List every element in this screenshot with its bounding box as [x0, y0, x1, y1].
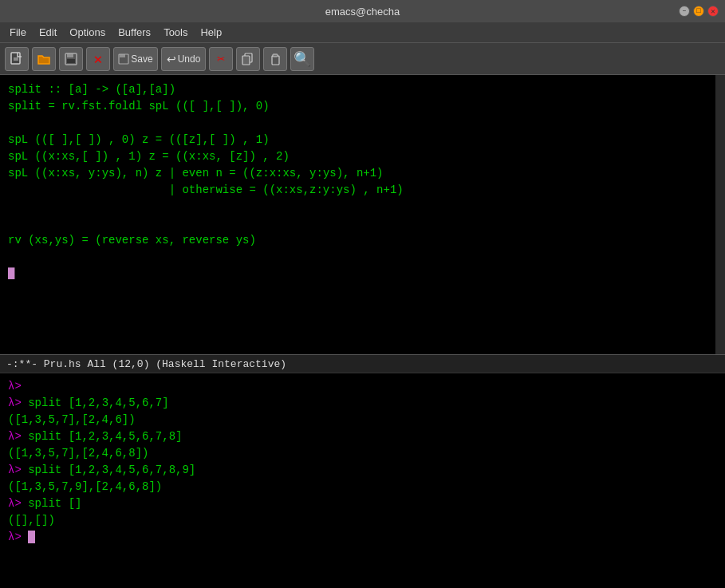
save-text-button[interactable]: Save	[113, 47, 158, 71]
toolbar: ✕ Save ↩ Undo ✂ 🔍	[0, 43, 725, 75]
close-button[interactable]: ✕	[707, 6, 719, 17]
undo-label: Undo	[178, 53, 201, 65]
window-controls: – □ ✕	[679, 6, 719, 17]
copy-button[interactable]	[236, 47, 260, 71]
editor-container[interactable]: split :: [a] -> ([a],[a]) split = rv.fst…	[0, 75, 725, 354]
svg-rect-7	[120, 54, 125, 57]
editor-scrollbar[interactable]	[715, 75, 725, 354]
menu-options[interactable]: Options	[63, 25, 112, 40]
cut-x-button[interactable]: ✕	[86, 47, 110, 71]
title-bar: emacs@checha – □ ✕	[0, 0, 725, 22]
save-floppy-button[interactable]	[59, 47, 83, 71]
cursor	[28, 531, 35, 543]
window-title: emacs@checha	[325, 6, 400, 18]
cut-scissors-button[interactable]: ✂	[209, 47, 233, 71]
undo-arrow-icon: ↩	[167, 53, 176, 65]
menu-edit[interactable]: Edit	[33, 25, 63, 40]
menu-buffers[interactable]: Buffers	[112, 25, 157, 40]
paste-button[interactable]	[263, 47, 287, 71]
open-file-button[interactable]	[32, 47, 56, 71]
search-button[interactable]: 🔍	[290, 47, 314, 71]
save-label: Save	[131, 53, 152, 65]
minimize-button[interactable]: –	[679, 6, 690, 17]
mode-line-text: -:**- Pru.hs All (12,0) (Haskell Interac…	[6, 358, 719, 370]
new-file-button[interactable]	[5, 47, 29, 71]
svg-rect-11	[273, 54, 278, 57]
svg-rect-5	[67, 59, 75, 63]
mode-line: -:**- Pru.hs All (12,0) (Haskell Interac…	[0, 354, 725, 373]
svg-rect-10	[272, 56, 279, 65]
repl-content[interactable]: λ> λ> split [1,2,3,4,5,6,7] ([1,3,5,7],[…	[0, 373, 725, 551]
undo-button[interactable]: ↩ Undo	[161, 47, 206, 71]
editor-content[interactable]: split :: [a] -> ([a],[a]) split = rv.fst…	[0, 75, 725, 289]
repl-container[interactable]: λ> λ> split [1,2,3,4,5,6,7] ([1,3,5,7],[…	[0, 373, 725, 588]
svg-rect-4	[67, 53, 73, 57]
menu-bar: File Edit Options Buffers Tools Help	[0, 22, 725, 43]
menu-tools[interactable]: Tools	[157, 25, 194, 40]
svg-rect-9	[242, 56, 250, 65]
menu-help[interactable]: Help	[194, 25, 228, 40]
maximize-button[interactable]: □	[693, 6, 704, 17]
menu-file[interactable]: File	[3, 25, 33, 40]
